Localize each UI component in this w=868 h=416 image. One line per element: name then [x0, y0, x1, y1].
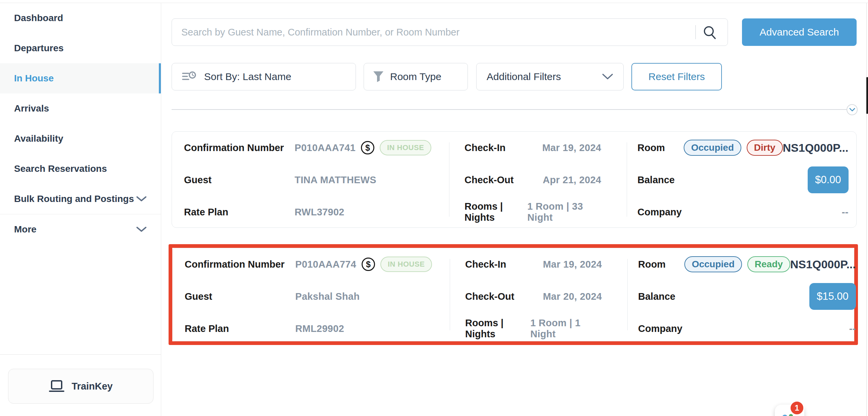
sidebar-item-label: In House — [14, 73, 54, 84]
sidebar-footer: TrainKey — [0, 354, 161, 416]
room-status-pill: Occupied — [684, 256, 742, 272]
sidebar-item-availability[interactable]: Availability — [0, 124, 161, 154]
sidebar-item-bulk-routing[interactable]: Bulk Routing and Postings — [0, 184, 161, 214]
chevron-down-icon — [136, 196, 147, 202]
scrollbar-thumb[interactable] — [866, 77, 868, 114]
sidebar-item-label: Dashboard — [14, 13, 63, 24]
room-number: NS1Q000P... — [790, 258, 856, 271]
search-input[interactable] — [172, 19, 728, 46]
highlight-outline: Confirmation Number P010AAA774 $ IN HOUS… — [168, 244, 858, 345]
laptop-icon — [49, 380, 64, 392]
reset-filters-button[interactable]: Reset Filters — [631, 63, 722, 90]
rooms-nights-label: Rooms | Nights — [465, 318, 530, 340]
balance-label: Balance — [638, 174, 675, 186]
company-label: Company — [638, 323, 682, 334]
chevron-down-icon — [602, 73, 613, 80]
sidebar-item-label: Departures — [14, 43, 64, 54]
room-number: NS1Q000P... — [783, 141, 848, 154]
balance-chip[interactable]: $0.00 — [808, 166, 848, 193]
sidebar-item-dashboard[interactable]: Dashboard — [0, 3, 161, 33]
company-value: -- — [842, 206, 848, 218]
scrollbar-track — [866, 3, 867, 416]
chevron-down-icon — [849, 108, 855, 111]
check-out-label: Check-Out — [465, 291, 515, 302]
notification-badge[interactable]: 1 — [789, 401, 804, 415]
in-house-badge: IN HOUSE — [380, 140, 431, 155]
rate-plan-value: RML29902 — [295, 323, 344, 334]
confirmation-value: P010AAA741 — [294, 142, 355, 153]
collapse-toggle-button[interactable] — [846, 104, 858, 115]
rooms-nights-label: Rooms | Nights — [465, 201, 527, 223]
card-column-divider — [449, 142, 450, 217]
search-bar — [172, 19, 728, 46]
search-icon[interactable] — [703, 25, 717, 39]
app-root: Dashboard Departures In House Arrivals A… — [0, 0, 868, 416]
confirmation-value: P010AAA774 — [295, 259, 356, 270]
room-label: Room — [638, 142, 665, 153]
sort-by-time-icon — [182, 71, 197, 83]
check-out-value: Apr 21, 2024 — [543, 174, 601, 186]
sidebar-item-arrivals[interactable]: Arrivals — [0, 93, 161, 124]
guest-label: Guest — [185, 291, 295, 302]
card-column-divider — [627, 142, 627, 217]
room-type-filter-button[interactable]: Room Type — [364, 63, 468, 90]
sort-by-button[interactable]: Sort By: Last Name — [172, 63, 356, 90]
card-guest-column: Confirmation Number P010AAA741 $ IN HOUS… — [172, 132, 449, 228]
balance-chip[interactable]: $15.00 — [809, 283, 856, 310]
card-stay-column: Check-In Mar 19, 2024 Check-Out Apr 21, … — [449, 132, 627, 228]
confirmation-label: Confirmation Number — [184, 142, 294, 153]
housekeeping-status-pill: Ready — [747, 256, 790, 272]
additional-filters-label: Additional Filters — [487, 71, 561, 83]
card-room-column: Room Occupied Ready NS1Q000P... Balance … — [627, 248, 868, 345]
check-out-label: Check-Out — [465, 174, 514, 186]
trainkey-button[interactable]: TrainKey — [8, 369, 154, 404]
reservation-card[interactable]: Confirmation Number P010AAA741 $ IN HOUS… — [172, 131, 857, 228]
guest-value: TINA MATTHEWS — [294, 174, 376, 186]
rooms-nights-value: 1 Room | 1 Night — [530, 318, 602, 340]
sidebar-item-more[interactable]: More — [0, 214, 161, 245]
sidebar-item-label: Arrivals — [14, 103, 49, 114]
rate-plan-label: Rate Plan — [185, 323, 295, 334]
room-type-label: Room Type — [390, 71, 441, 83]
reset-filters-label: Reset Filters — [649, 71, 705, 83]
additional-filters-dropdown[interactable]: Additional Filters — [476, 63, 624, 90]
card-stay-column: Check-In Mar 19, 2024 Check-Out Mar 20, … — [450, 248, 627, 345]
sidebar-item-departures[interactable]: Departures — [0, 33, 161, 63]
trainkey-label: TrainKey — [72, 381, 113, 392]
room-status-pill: Occupied — [684, 140, 741, 156]
check-in-label: Check-In — [465, 142, 505, 153]
search-divider — [695, 25, 696, 39]
sidebar-item-search-reservations[interactable]: Search Reservations — [0, 154, 161, 184]
advanced-search-button[interactable]: Advanced Search — [742, 19, 857, 46]
funnel-icon — [373, 71, 384, 83]
card-column-divider — [450, 259, 450, 330]
sidebar-item-label: Bulk Routing and Postings — [14, 194, 134, 204]
company-value: -- — [849, 323, 856, 334]
check-in-value: Mar 19, 2024 — [543, 259, 602, 270]
reservation-card-highlighted[interactable]: Confirmation Number P010AAA774 $ IN HOUS… — [172, 248, 854, 341]
card-guest-column: Confirmation Number P010AAA774 $ IN HOUS… — [173, 248, 450, 345]
sidebar-item-label: More — [14, 224, 36, 235]
rate-plan-label: Rate Plan — [184, 207, 294, 218]
check-out-value: Mar 20, 2024 — [543, 291, 602, 302]
balance-label: Balance — [638, 291, 675, 302]
card-column-divider — [627, 259, 628, 330]
sidebar-item-label: Search Reservations — [14, 163, 107, 174]
check-in-value: Mar 19, 2024 — [542, 142, 601, 153]
company-label: Company — [638, 207, 682, 218]
housekeeping-status-pill: Dirty — [747, 140, 783, 156]
confirmation-label: Confirmation Number — [185, 259, 295, 270]
dollar-circle-icon[interactable]: $ — [361, 141, 374, 154]
dollar-circle-icon[interactable]: $ — [362, 258, 375, 271]
sidebar-item-label: Availability — [14, 133, 63, 144]
sort-by-label: Sort By: Last Name — [204, 71, 291, 83]
rooms-nights-value: 1 Room | 33 Night — [527, 201, 601, 223]
chevron-down-icon — [136, 226, 147, 232]
check-in-label: Check-In — [465, 259, 506, 270]
in-house-badge: IN HOUSE — [380, 257, 432, 272]
sidebar: Dashboard Departures In House Arrivals A… — [0, 3, 161, 416]
sidebar-item-in-house[interactable]: In House — [0, 63, 161, 93]
section-divider — [172, 109, 846, 110]
guest-value: Pakshal Shah — [295, 291, 360, 302]
rate-plan-value: RWL37902 — [294, 207, 344, 218]
